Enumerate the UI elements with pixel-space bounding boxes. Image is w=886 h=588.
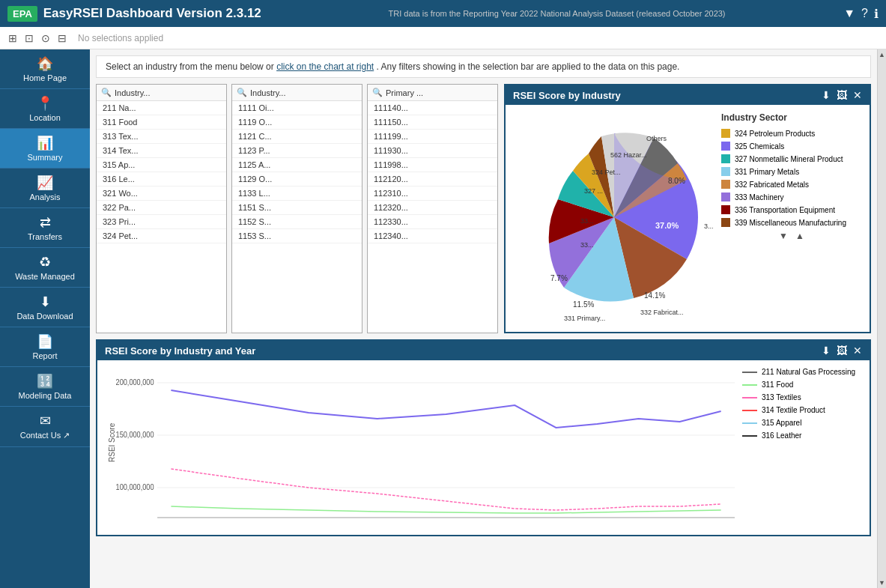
- legend-item-325[interactable]: 325 Chemicals: [721, 142, 862, 151]
- list-item[interactable]: 1119 O...: [232, 115, 362, 130]
- svg-text:8.0%: 8.0%: [668, 177, 685, 185]
- list-item[interactable]: 112330...: [368, 215, 497, 229]
- selector-1-list[interactable]: 211 Na... 311 Food 313 Tex... 314 Tex...…: [97, 101, 226, 303]
- summary-icon: 📊: [37, 135, 53, 151]
- line-chart-svg-area: 200,000,000 150,000,000 100,000,000: [116, 368, 735, 527]
- legend-item-327[interactable]: 327 Nonmetallic Mineral Product: [721, 154, 862, 163]
- list-item[interactable]: 1125 A...: [232, 158, 362, 172]
- toolbar-icon-3[interactable]: ⊙: [39, 31, 52, 45]
- sidebar-item-waste[interactable]: ♻ Waste Managed: [0, 248, 90, 288]
- list-item[interactable]: 313 Tex...: [97, 130, 226, 144]
- line-legend-211[interactable]: 211 Natural Gas Processing: [742, 368, 862, 376]
- line-image-icon[interactable]: 🖼: [837, 345, 847, 357]
- list-item[interactable]: 112120...: [368, 172, 497, 187]
- list-item[interactable]: 211 Na...: [97, 101, 226, 115]
- svg-text:200,000,000: 200,000,000: [116, 378, 154, 387]
- legend-item-331[interactable]: 331 Primary Metals: [721, 167, 862, 176]
- line-download-icon[interactable]: ⬇: [822, 345, 831, 357]
- line-legend-313[interactable]: 313 Textiles: [742, 393, 862, 401]
- selector-1-label: Industry...: [115, 88, 150, 97]
- line-chart-title-bar: RSEI Score by Industry and Year ⬇ 🖼 ✕: [97, 341, 870, 360]
- legend-label-327: 327 Nonmetallic Mineral Product: [735, 155, 843, 163]
- list-item[interactable]: 1133 L...: [232, 187, 362, 201]
- pie-close-icon[interactable]: ✕: [853, 89, 862, 101]
- list-item[interactable]: 1129 O...: [232, 172, 362, 187]
- pie-svg-container[interactable]: Others 562 Hazar... 324 Pet... 327 ... 3…: [513, 112, 715, 321]
- sidebar-item-modeling[interactable]: 🔢 Modeling Data: [0, 367, 90, 407]
- instruction-link[interactable]: click on the chart at right: [276, 61, 374, 72]
- sidebar-item-location[interactable]: 📍 Location: [0, 89, 90, 129]
- line-close-icon[interactable]: ✕: [853, 345, 862, 357]
- svg-text:33...: 33...: [580, 241, 594, 249]
- legend-item-336[interactable]: 336 Transportation Equipment: [721, 205, 862, 214]
- list-item[interactable]: 1152 S...: [232, 215, 362, 229]
- list-item[interactable]: 1153 S...: [232, 229, 362, 243]
- filter-icon[interactable]: ▼: [843, 7, 855, 20]
- sidebar-item-home[interactable]: 🏠 Home Page: [0, 49, 90, 89]
- list-item[interactable]: 322 Pa...: [97, 201, 226, 215]
- list-item[interactable]: 323 Pri...: [97, 215, 226, 229]
- app-title: EasyRSEI Dashboard Version 2.3.12: [43, 6, 261, 21]
- industry-selector-1: 🔍 Industry... 211 Na... 311 Food 313 Tex…: [96, 84, 227, 333]
- home-icon: 🏠: [37, 55, 53, 72]
- list-item[interactable]: 321 Wo...: [97, 187, 226, 201]
- report-icon: 📄: [37, 333, 53, 350]
- sidebar-item-report[interactable]: 📄 Report: [0, 327, 90, 367]
- sidebar-item-transfers[interactable]: ⇄ Transfers: [0, 208, 90, 248]
- toolbar-icon-2[interactable]: ⊡: [22, 31, 36, 45]
- list-item[interactable]: 311 Food: [97, 115, 226, 130]
- svg-text:3...: 3...: [704, 222, 714, 230]
- list-item[interactable]: 315 Ap...: [97, 158, 226, 172]
- line-legend-label-211: 211 Natural Gas Processing: [762, 368, 855, 376]
- list-item[interactable]: 111140...: [368, 101, 497, 115]
- pie-download-icon[interactable]: ⬇: [822, 89, 831, 101]
- right-scrollbar[interactable]: ▲ ▼: [877, 49, 886, 588]
- list-item[interactable]: 1111 Oi...: [232, 101, 362, 115]
- list-item[interactable]: 111930...: [368, 144, 497, 158]
- selector-2-list[interactable]: 1111 Oi... 1119 O... 1121 C... 1123 P...…: [232, 101, 362, 303]
- legend-label-333: 333 Machinery: [735, 193, 784, 201]
- line-legend-315[interactable]: 315 Apparel: [742, 419, 862, 427]
- selector-3-list[interactable]: 111140... 111150... 111199... 111930... …: [368, 101, 497, 303]
- legend-scroll-up[interactable]: ▲: [795, 231, 804, 241]
- sidebar-item-analysis[interactable]: 📈 Analysis: [0, 169, 90, 208]
- list-item[interactable]: 112310...: [368, 187, 497, 201]
- sidebar-transfers-label: Transfers: [28, 232, 62, 241]
- list-item[interactable]: 112340...: [368, 229, 497, 243]
- list-item[interactable]: 111998...: [368, 158, 497, 172]
- line-legend-label-311: 311 Food: [762, 381, 793, 389]
- sidebar-item-download[interactable]: ⬇ Data Download: [0, 288, 90, 327]
- list-item[interactable]: 111199...: [368, 130, 497, 144]
- list-item[interactable]: 112320...: [368, 201, 497, 215]
- toolbar-icon-4[interactable]: ⊟: [55, 31, 69, 45]
- pie-chart-actions: ⬇ 🖼 ✕: [822, 89, 862, 101]
- svg-text:100,000,000: 100,000,000: [116, 483, 154, 491]
- sidebar-item-summary[interactable]: 📊 Summary: [0, 129, 90, 169]
- search-icon-1: 🔍: [101, 88, 112, 97]
- sidebar-item-contact[interactable]: ✉ Contact Us ↗: [0, 407, 90, 447]
- toolbar-icon-1[interactable]: ⊞: [6, 31, 19, 45]
- scroll-up-arrow[interactable]: ▲: [879, 51, 885, 58]
- line-legend-311[interactable]: 311 Food: [742, 381, 862, 389]
- line-legend-314[interactable]: 314 Textile Product: [742, 406, 862, 414]
- pie-image-icon[interactable]: 🖼: [837, 89, 847, 101]
- legend-scroll-down[interactable]: ▼: [779, 231, 788, 241]
- info-icon[interactable]: ℹ: [874, 7, 879, 21]
- svg-text:332 Fabricat...: 332 Fabricat...: [640, 309, 684, 316]
- list-item[interactable]: 1151 S...: [232, 201, 362, 215]
- legend-item-332[interactable]: 332 Fabricated Metals: [721, 180, 862, 189]
- sidebar-report-label: Report: [32, 351, 57, 360]
- scroll-down-arrow[interactable]: ▼: [879, 579, 885, 587]
- legend-item-333[interactable]: 333 Machinery: [721, 193, 862, 201]
- list-item[interactable]: 1123 P...: [232, 144, 362, 158]
- list-item[interactable]: 314 Tex...: [97, 144, 226, 158]
- legend-item-339[interactable]: 339 Miscellaneous Manufacturing: [721, 218, 862, 227]
- help-icon[interactable]: ?: [861, 7, 868, 20]
- list-item[interactable]: 1121 C...: [232, 130, 362, 144]
- list-item[interactable]: 316 Le...: [97, 172, 226, 187]
- legend-item-324[interactable]: 324 Petroleum Products: [721, 129, 862, 138]
- list-item[interactable]: 111150...: [368, 115, 497, 130]
- pie-chart-title-bar: RSEI Score by Industry ⬇ 🖼 ✕: [506, 85, 870, 105]
- list-item[interactable]: 324 Pet...: [97, 229, 226, 243]
- line-legend-316[interactable]: 316 Leather: [742, 431, 862, 440]
